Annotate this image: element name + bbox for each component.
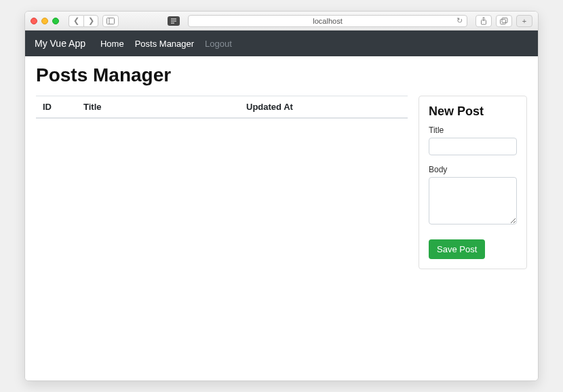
content: Posts Manager ID Title Updated At (25, 56, 538, 380)
posts-table-wrap: ID Title Updated At (36, 96, 408, 269)
navbar: My Vue App Home Posts Manager Logout (25, 31, 538, 56)
title-label: Title (429, 125, 517, 135)
reader-badge[interactable] (168, 16, 180, 26)
sidebar-toggle-button[interactable] (102, 15, 119, 27)
toolbar-right: + (475, 15, 532, 27)
col-id: ID (36, 96, 77, 119)
window-controls (31, 18, 59, 24)
share-icon (480, 17, 487, 25)
svg-rect-0 (107, 18, 115, 24)
svg-rect-8 (502, 18, 507, 22)
browser-chrome: ❮ ❯ localhost ↻ + (25, 12, 538, 31)
svg-rect-7 (501, 19, 506, 24)
reload-icon[interactable]: ↻ (457, 16, 463, 25)
tabs-button[interactable] (496, 15, 512, 27)
col-updated-at: Updated At (239, 96, 408, 119)
forward-button[interactable]: ❯ (83, 15, 98, 27)
reader-icon (170, 18, 177, 24)
nav-link-home[interactable]: Home (100, 39, 124, 49)
nav-link-logout[interactable]: Logout (205, 39, 232, 49)
nav-arrows: ❮ ❯ (69, 15, 98, 27)
new-post-card: New Post Title Body Save Post (419, 96, 527, 269)
address-bar[interactable]: localhost ↻ (188, 15, 467, 27)
tabs-icon (500, 18, 508, 24)
browser-window: ❮ ❯ localhost ↻ + My Vue App Home Po (24, 11, 539, 381)
posts-table: ID Title Updated At (36, 96, 408, 119)
nav-link-posts[interactable]: Posts Manager (135, 39, 194, 49)
sidebar-icon (106, 18, 115, 24)
new-tab-button[interactable]: + (516, 15, 532, 27)
share-button[interactable] (475, 15, 492, 27)
minimize-window-button[interactable] (41, 18, 48, 24)
brand[interactable]: My Vue App (35, 38, 85, 49)
title-input[interactable] (429, 138, 517, 155)
columns: ID Title Updated At New Post Title Body (36, 96, 527, 269)
close-window-button[interactable] (31, 18, 37, 24)
body-label: Body (429, 165, 517, 174)
col-title: Title (77, 96, 239, 119)
url-text: localhost (313, 17, 342, 25)
form-heading: New Post (429, 104, 517, 119)
maximize-window-button[interactable] (52, 18, 59, 24)
save-post-button[interactable]: Save Post (429, 239, 485, 259)
body-textarea[interactable] (429, 177, 517, 224)
page: My Vue App Home Posts Manager Logout Pos… (25, 31, 538, 380)
back-button[interactable]: ❮ (69, 15, 83, 27)
table-header-row: ID Title Updated At (36, 96, 408, 119)
page-title: Posts Manager (36, 64, 527, 86)
